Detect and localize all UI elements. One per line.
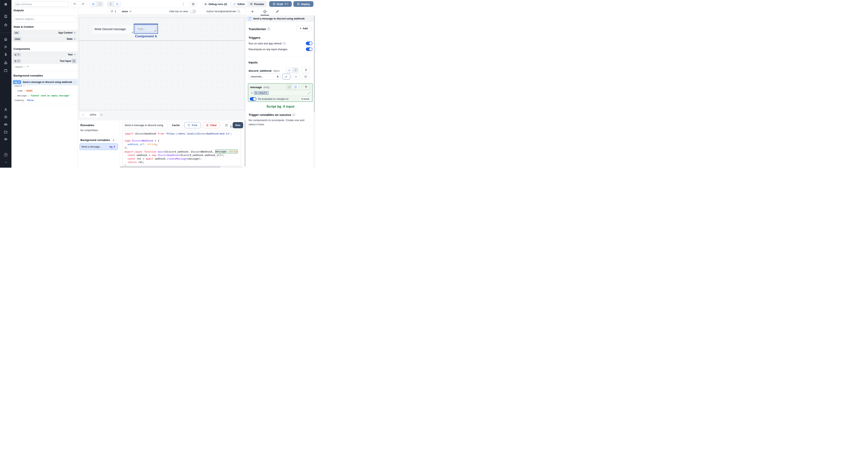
refresh-resource-button[interactable]: [302, 74, 310, 79]
bg0-runnable-card[interactable]: Send a message... bg_0: [80, 143, 118, 150]
panel-scrollbar[interactable]: [314, 16, 315, 168]
text-input-component[interactable]: [135, 26, 157, 32]
info-icon[interactable]: i: [292, 113, 295, 116]
runnable-header: f Send a message to discord using webhoo…: [246, 15, 315, 22]
resize-handle[interactable]: [154, 30, 156, 31]
resize-handle[interactable]: [132, 32, 133, 33]
chevron-down-icon[interactable]: [73, 38, 76, 40]
output-row-state[interactable]: state State: [11, 36, 78, 42]
schedules-calendar-icon[interactable]: [4, 68, 8, 72]
tab-settings[interactable]: [263, 10, 267, 14]
undo-button[interactable]: [71, 1, 79, 7]
run-button[interactable]: Run: [233, 122, 243, 128]
resources-cubes-icon[interactable]: [4, 61, 8, 65]
static-mode-button[interactable]: [286, 68, 292, 72]
fork-button[interactable]: Fork: [184, 122, 201, 128]
collapse-chevron-button[interactable]: [72, 59, 76, 63]
outputs-panel: Outputs State & Context ctx App Context …: [11, 8, 78, 168]
edit-resource-button[interactable]: [282, 74, 290, 79]
workspace-icon[interactable]: [4, 14, 8, 18]
favorites-star-icon[interactable]: [4, 23, 8, 27]
refresh-count-button[interactable]: 1: [107, 9, 120, 14]
user-icon[interactable]: [4, 107, 8, 111]
search-outputs-input[interactable]: [13, 16, 76, 22]
eval-mode-button[interactable]: f: [292, 85, 299, 89]
collapse-rail-arrow-icon[interactable]: →: [4, 160, 8, 164]
more-options-kebab-icon[interactable]: ⋮: [182, 0, 185, 8]
connect-plug-button[interactable]: [302, 67, 310, 73]
runnables-title: Runnables: [81, 124, 94, 127]
app-canvas[interactable]: Write Discord message: Component b − 100…: [78, 15, 246, 121]
recompute-row: Recompute on any input changes: [249, 47, 312, 51]
tab-preview[interactable]: Preview: [248, 1, 267, 7]
function-icon: f: [294, 86, 297, 88]
hide-bar-toggle[interactable]: [190, 10, 196, 13]
info-icon[interactable]: i: [268, 28, 270, 30]
clear-button[interactable]: Clear: [203, 122, 220, 128]
info-icon[interactable]: i: [283, 42, 286, 45]
static-mode-button[interactable]: [286, 85, 292, 89]
text-component-a[interactable]: Write Discord message:: [93, 25, 133, 33]
tab-styling[interactable]: [276, 10, 279, 14]
refresh-code-button[interactable]: [222, 122, 231, 128]
edit-pencil-icon[interactable]: [74, 81, 76, 83]
info-icon[interactable]: i: [238, 10, 240, 13]
workers-robot-icon[interactable]: [4, 122, 8, 126]
folders-icon[interactable]: [4, 130, 8, 134]
clear-value-icon[interactable]: ✕: [277, 75, 279, 78]
center-layout-button[interactable]: [90, 2, 96, 6]
zoom-out-button[interactable]: −: [80, 113, 87, 117]
runs-play-icon[interactable]: [4, 45, 8, 49]
component-row-b[interactable]: b Text Input: [11, 58, 78, 64]
component-row-a[interactable]: a Text: [11, 52, 78, 58]
docs-button[interactable]: [189, 1, 197, 7]
windmill-logo[interactable]: [3, 2, 8, 7]
settings-gear-icon[interactable]: [4, 115, 8, 119]
copy-code-icon[interactable]: [230, 125, 233, 128]
audit-eye-icon[interactable]: [4, 137, 8, 141]
add-background-runnable-button[interactable]: +: [111, 137, 116, 142]
home-icon[interactable]: [4, 37, 8, 41]
tab-editor[interactable]: Editor: [231, 1, 248, 7]
recompute-toggle[interactable]: [306, 47, 312, 51]
component-settings-panel: f Send a message to discord using webhoo…: [246, 8, 315, 168]
eval-mode-button[interactable]: f: [292, 68, 299, 72]
fullwidth-layout-button[interactable]: [97, 2, 103, 6]
chevron-down-icon[interactable]: [73, 32, 76, 34]
discord-message-input[interactable]: [135, 26, 156, 32]
draft-button[interactable]: Draft ⌘S: [269, 1, 292, 7]
zoom-in-button[interactable]: +: [99, 112, 104, 117]
undo-redo-group: [71, 1, 87, 7]
output-row-ctx[interactable]: ctx App Context: [11, 30, 78, 36]
help-icon[interactable]: ?: [4, 153, 8, 157]
discord-webhook-field[interactable]: u/henri/te... ✕: [249, 74, 281, 79]
chevron-down-icon[interactable]: [73, 53, 76, 56]
code-horizontal-scrollbar[interactable]: [120, 166, 243, 168]
topbar: ⋮ Debug runs (3) Editor Preview Draft ⌘S…: [11, 0, 315, 8]
message-expr-editor[interactable]: 1 b.result: [249, 90, 312, 96]
code-editor[interactable]: import discordwebhook from "https://deno…: [122, 130, 241, 166]
connect-plug-button[interactable]: [302, 84, 310, 90]
desktop-view-button[interactable]: [114, 2, 120, 6]
expand-editor-button[interactable]: [307, 91, 311, 95]
mobile-view-button[interactable]: [107, 2, 114, 6]
app-summary-input[interactable]: [13, 1, 69, 7]
book-icon: [192, 3, 195, 6]
run-on-start-toggle[interactable]: [306, 41, 312, 45]
add-resource-button[interactable]: +: [292, 74, 300, 79]
variables-dollar-icon[interactable]: $: [4, 53, 8, 57]
selected-component-b[interactable]: [134, 24, 158, 34]
message-expr-value[interactable]: b.result: [254, 91, 269, 95]
script-name-input[interactable]: [122, 122, 167, 128]
tab-insert[interactable]: [251, 10, 255, 14]
debug-runs-button[interactable]: Debug runs (3): [202, 1, 229, 7]
cache-button[interactable]: Cache: [169, 122, 182, 128]
code-panel: Cache Fork Clear Run import discordwebho…: [120, 121, 246, 168]
run-mode-dropdown[interactable]: once: [122, 9, 132, 14]
deploy-button[interactable]: Deploy: [293, 1, 313, 7]
add-transformer-button[interactable]: +Add: [296, 25, 311, 31]
collapse-result-button[interactable]: -: [26, 85, 29, 88]
reeval-toggle[interactable]: [250, 97, 256, 101]
reeval-dependency-pill[interactable]: b.result: [299, 97, 311, 101]
redo-button[interactable]: [79, 1, 87, 7]
